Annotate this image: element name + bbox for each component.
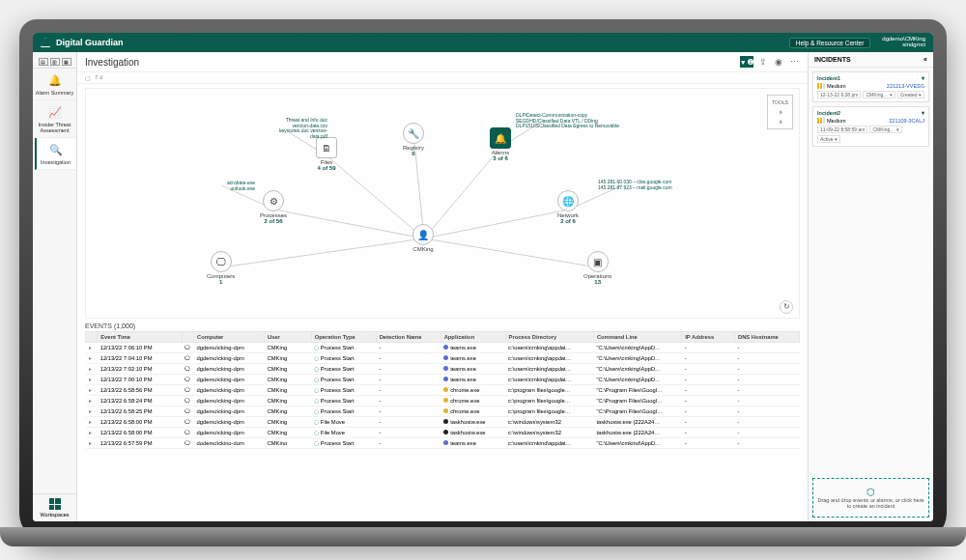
- incident-card[interactable]: Incident1▾ Medium221213-VVESG 12-13-22 6…: [812, 71, 929, 102]
- table-row[interactable]: ▸ 12/13/22 6:58:00 PM 🖵 dgdemo\cking-dpm…: [86, 416, 800, 427]
- expand-caret-icon[interactable]: ▸: [86, 427, 98, 437]
- table-row[interactable]: ▸ 12/13/22 7:02:10 PM 🖵 dgdemo\cking-dpm…: [86, 363, 800, 374]
- cell-user: CMKing: [265, 374, 312, 384]
- camera-icon[interactable]: ◉: [773, 56, 784, 68]
- col-header[interactable]: Process Directory: [505, 331, 593, 342]
- table-row[interactable]: ▸ 12/13/22 7:04:10 PM 🖵 dgdemo\cking-dpm…: [86, 352, 800, 363]
- node-network[interactable]: 🌐Network2 of 6: [557, 190, 579, 224]
- nav-workspaces[interactable]: Workspaces: [33, 493, 76, 521]
- incident-dropzone[interactable]: ⬡ Drag and drop events or alarms, or cli…: [812, 478, 929, 518]
- node-alarms[interactable]: 🔔Alarms3 of 6: [490, 127, 511, 161]
- col-header[interactable]: Computer: [194, 331, 265, 342]
- col-header[interactable]: [86, 331, 98, 342]
- col-header[interactable]: Detection Name: [376, 331, 440, 342]
- events-table-wrap[interactable]: Event TimeComputerUserOperation TypeDete…: [77, 331, 808, 522]
- cell-cmd: "C:\Program Files\Googl…: [593, 395, 681, 406]
- computer-icon: 🖵: [182, 416, 193, 427]
- computer-icon: 🖵: [182, 406, 193, 416]
- cell-op: ◌ Process Start: [311, 406, 376, 416]
- computer-icon: 🖵: [182, 363, 193, 374]
- events-header: EVENTS (1,000): [85, 322, 135, 329]
- node-registry[interactable]: 🔧Registry0: [403, 123, 424, 156]
- node-files[interactable]: 🗎Files4 of 59: [316, 137, 337, 171]
- cell-procdir: c:\users\cmking\appdat…: [505, 342, 593, 352]
- globe-icon: 🌐: [557, 190, 579, 211]
- col-header[interactable]: User: [265, 331, 312, 342]
- col-header[interactable]: Application: [440, 331, 505, 342]
- col-header[interactable]: Command Line: [593, 331, 681, 342]
- table-row[interactable]: ▸ 12/13/22 7:00:10 PM 🖵 dgdemo\cking-dpm…: [86, 374, 800, 384]
- cell-time: 12/13/22 7:04:10 PM: [98, 352, 183, 363]
- col-header[interactable]: Operation Type: [311, 331, 376, 342]
- chevron-down-icon[interactable]: ▾: [922, 110, 924, 116]
- table-row[interactable]: ▸ 12/13/22 6:58:56 PM 🖵 dgdemo\cking-dpm…: [86, 384, 800, 395]
- expand-caret-icon[interactable]: ▸: [86, 416, 98, 427]
- investigation-graph[interactable]: 🗎Files4 of 59 🔧Registry0 🔔Alarms3 of 6 ⚙…: [85, 88, 800, 319]
- incident-status[interactable]: Active ▾: [817, 135, 840, 143]
- brand-name: Digital Guardian: [56, 38, 124, 47]
- table-row[interactable]: ▸ 12/13/22 6:58:00 PM 🖵 dgdemo\cking-dpm…: [86, 427, 800, 437]
- node-operations[interactable]: ▣Operations13: [583, 251, 611, 285]
- incident-card[interactable]: Incident2▾ Medium221109-3CALJ 11-09-22 8…: [812, 106, 929, 147]
- table-row[interactable]: ▸ 12/13/22 6:58:25 PM 🖵 dgdemo\cking-dpm…: [86, 406, 800, 416]
- chart-icon: 📈: [47, 104, 63, 120]
- cell-app: teams.exe: [440, 437, 505, 448]
- col-header[interactable]: DNS Hostname: [734, 331, 799, 342]
- svg-line-3: [274, 210, 424, 238]
- svg-line-6: [424, 238, 598, 267]
- cell-detection: -: [376, 427, 440, 437]
- expand-caret-icon[interactable]: ▸: [86, 342, 98, 352]
- expand-caret-icon[interactable]: ▸: [86, 406, 98, 416]
- node-computers[interactable]: 🖵Computers1: [207, 251, 235, 285]
- tool-expand-icon[interactable]: ⋔: [770, 117, 790, 126]
- top-bar: Digital Guardian Help & Resource Center …: [33, 33, 933, 52]
- cell-op: ◌ Process Start: [311, 363, 376, 374]
- more-icon[interactable]: ⋯: [788, 56, 800, 68]
- incident-id[interactable]: 221213-VVESG: [887, 83, 924, 89]
- cell-detection: -: [376, 406, 440, 416]
- expand-caret-icon[interactable]: ▸: [86, 437, 98, 448]
- incident-id[interactable]: 221109-3CALJ: [889, 118, 924, 124]
- collapse-icon[interactable]: «: [923, 56, 927, 63]
- incident-status[interactable]: Created ▾: [897, 91, 924, 98]
- user-block[interactable]: dgdemo\CMKing sindgmci: [882, 37, 925, 47]
- expand-caret-icon[interactable]: ▸: [86, 384, 98, 395]
- cell-op: ◌ Process Start: [311, 342, 376, 352]
- col-header[interactable]: IP Address: [682, 331, 735, 342]
- grid-icon: [49, 498, 61, 510]
- cell-user: CMKing: [265, 395, 312, 406]
- nav-alarm-summary[interactable]: 🔔 Alarm Summary: [35, 69, 75, 100]
- annot-alarms: DLP/Detect-Communication-copy SEGDHD/Cla…: [516, 113, 622, 129]
- reset-zoom-icon[interactable]: ↻: [780, 300, 793, 314]
- operations-icon: ▣: [587, 251, 609, 272]
- col-header[interactable]: [182, 331, 193, 342]
- cell-op: ◌ Process Start: [311, 395, 376, 406]
- calendar-icon[interactable]: ▢: [85, 74, 91, 81]
- expand-caret-icon[interactable]: ▸: [86, 395, 98, 406]
- incident-user: CMKing… ▾: [869, 126, 901, 133]
- table-row[interactable]: ▸ 12/13/22 6:57:59 PM 🖵 dodemo\ckino-dom…: [86, 437, 800, 448]
- nav-investigation[interactable]: 🔍 Investigation: [35, 138, 75, 170]
- cell-op: ◌ Process Start: [311, 374, 376, 384]
- expand-caret-icon[interactable]: ▸: [86, 352, 98, 363]
- table-row[interactable]: ▸ 12/13/22 6:58:24 PM 🖵 dgdemo\cking-dpm…: [86, 395, 800, 406]
- filter-button[interactable]: ▼1: [740, 56, 753, 68]
- expand-caret-icon[interactable]: ▸: [86, 374, 98, 384]
- table-row[interactable]: ▸ 12/13/22 7:06:10 PM 🖵 dgdemo\cking-dpm…: [86, 342, 800, 352]
- col-header[interactable]: Event Time: [98, 331, 183, 342]
- chevron-down-icon[interactable]: ▾: [922, 75, 924, 81]
- node-user-center[interactable]: 👤CMKing: [412, 224, 434, 252]
- time-range[interactable]: 7 d: [95, 74, 102, 81]
- cell-procdir: c:\windows\system32: [505, 416, 593, 427]
- cell-op: ◌ Process Start: [311, 437, 376, 448]
- rail-view-toggle[interactable]: ▤▥▦: [33, 56, 76, 69]
- incident-name: Incident1: [817, 75, 840, 81]
- cell-op: ◌ File Move: [311, 427, 376, 437]
- expand-caret-icon[interactable]: ▸: [86, 363, 98, 374]
- help-button[interactable]: Help & Resource Center: [789, 38, 870, 48]
- share-icon[interactable]: ⇪: [757, 56, 769, 68]
- nav-insider-threat[interactable]: 📈 Insider Threat Assessment: [35, 100, 75, 138]
- tool-layout-icon[interactable]: ⋔: [770, 107, 790, 117]
- node-processes[interactable]: ⚙Processes2 of 56: [260, 190, 287, 224]
- tools-panel: TOOLS ⋔ ⋔: [767, 95, 793, 129]
